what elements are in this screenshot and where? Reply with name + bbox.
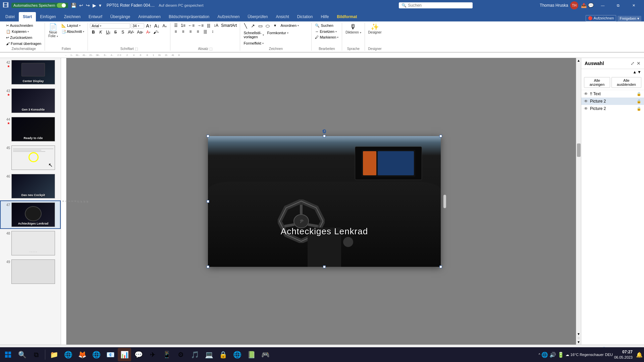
slide-canvas[interactable]: 𝓟 [208,136,441,267]
font-case-btn[interactable]: Aa▾ [136,29,144,35]
handle-br[interactable] [439,265,442,268]
app12-button[interactable]: 🎮 [259,348,272,361]
slide-item-46[interactable]: 46 Das neu Cockpit [0,172,61,200]
panel-close-icon[interactable]: ✕ [637,61,641,66]
lock-icon-picture2b[interactable]: 🔒 [637,107,641,111]
powerpoint-button[interactable]: 📊 [118,348,131,361]
handle-bc[interactable] [323,265,326,268]
numbered-btn[interactable]: 1≡ [180,23,186,28]
explorer-button[interactable]: 📁 [47,348,61,361]
save-icon[interactable]: 💾 [71,3,76,8]
slide-item-47[interactable]: 47 Achteckiges Lenkrad [0,200,61,229]
notification-btn[interactable]: 🔔 [636,352,643,358]
formeffekt-btn[interactable]: Formeffekt ▾ [242,41,265,46]
app10-button[interactable]: 🌐 [230,348,244,361]
font-color-btn[interactable]: A▾ [145,29,152,35]
align-center-btn[interactable]: ≡ [180,29,186,34]
scroll-down-btn[interactable]: ▼ [637,70,641,74]
eye-icon-picture2a[interactable]: 👁 [584,99,588,104]
tab-einfuegen[interactable]: Einfügen [36,12,60,21]
ersetzen-btn[interactable]: ↔ Ersetzen ▾ [314,29,340,34]
shapes-more-btn[interactable]: ▾ [272,23,278,28]
tab-hilfe[interactable]: Hilfe [317,12,333,21]
comments-icon[interactable]: 💬 [588,3,594,8]
text-direction-btn[interactable]: ↕A [213,23,219,28]
slide-item-48[interactable]: 48 - - - - - [0,229,61,257]
markieren-btn[interactable]: 🖊 Markieren ▾ [314,35,340,40]
layout-btn[interactable]: 📐 Layout ▾ [60,23,86,28]
col-count-btn[interactable]: ||| [202,29,209,34]
col-btn[interactable]: ||| [205,23,212,28]
hide-all-btn[interactable]: Alle ausblenden [611,77,641,88]
share-icon[interactable]: 📤 [581,3,587,8]
search-button[interactable]: 🔍 [15,348,29,361]
rotate-icon[interactable]: ↻ [322,129,326,135]
shape-rect-btn[interactable]: ▭ [257,23,264,29]
increase-font-btn[interactable]: A↑ [145,23,152,29]
align-left-btn[interactable]: ≡ [172,29,179,34]
excel-button[interactable]: 📗 [245,348,258,361]
task-view-button[interactable]: ⧉ [30,348,43,361]
taskbar-clock[interactable]: 07:27 06.05.2023 [614,349,635,360]
app7-button[interactable]: 🎵 [188,348,202,361]
freigeben-btn[interactable]: Freigeben ▾ [618,16,641,21]
teams-button[interactable]: 💬 [132,348,145,361]
present-icon[interactable]: ▶ [93,3,96,8]
handle-tl[interactable] [207,135,209,137]
search-input[interactable] [408,3,462,8]
telegram-button[interactable]: ✈ [146,348,159,361]
smartart-btn[interactable]: SmartArt [220,23,238,28]
lock-icon-text[interactable]: 🔒 [637,92,641,96]
firefox-button[interactable]: 🦊 [75,348,89,361]
scroll-up-btn[interactable]: ▲ [633,70,637,74]
slide-item-42[interactable]: 42 ★ Center Display [0,58,61,86]
panel-item-picture2a[interactable]: 👁 Picture 2 🔒 [581,98,644,105]
close-button[interactable]: ✕ [626,0,641,11]
underline-btn[interactable]: U▾ [105,29,111,35]
autosave-badge[interactable]: Automatisches Speichern [11,3,68,8]
tab-entwurf[interactable]: Entwurf [85,12,106,21]
format-uebertragen-btn[interactable]: 🖌 Format übertragen [5,41,43,46]
slide-item-49[interactable]: 49 [0,257,61,286]
align-justify-btn[interactable]: ≡ [195,29,201,34]
shape-arrow-btn[interactable]: ↗ [250,23,256,29]
neue-folie-btn[interactable]: 📄 NeueFolie ▾ [47,23,59,39]
sound-icon[interactable]: 🔊 [549,352,556,358]
bullets-btn[interactable]: ☰ [172,23,179,28]
slide-item-43[interactable]: 43 ★ Gen 3 Konsohle [0,86,61,115]
tab-aufzeichnen[interactable]: Aufzeichnen [213,12,244,21]
tab-bildschirm[interactable]: Bildschirmpräsentation [165,12,213,21]
chrome-button[interactable]: 🌐 [61,348,75,361]
decrease-font-btn[interactable]: A↓ [153,23,161,29]
network-icon[interactable]: 🌐 [541,352,548,358]
tab-ueberpruefen[interactable]: Überprüfen [244,12,272,21]
customize-icon[interactable]: ▾ [99,3,101,8]
italic-btn[interactable]: K [97,29,104,35]
schnellvorlagen-btn[interactable]: Schnellstil-vorlagen ▾ [242,30,265,40]
tab-animationen[interactable]: Animationen [134,12,165,21]
shadow-btn[interactable]: S [119,29,126,35]
panel-expand-icon[interactable]: ⤢ [631,61,635,66]
char-spacing-btn[interactable]: AV▾ [127,29,135,35]
increase-indent-btn[interactable]: →≡ [196,23,205,28]
autosave-toggle[interactable] [57,3,66,8]
slide-item-45[interactable]: 45 ↖ [0,143,61,172]
shape-ellipse-btn[interactable]: ⬭ [264,23,271,29]
app9-button[interactable]: 🔒 [216,348,230,361]
undo-icon[interactable]: ↩ [79,3,83,8]
tab-datei[interactable]: Datei [1,12,19,21]
panel-item-text[interactable]: 👁 !! Text 🔒 [581,90,644,98]
handle-tr[interactable] [439,135,442,137]
kopieren-btn[interactable]: 📋 Kopieren ▾ [5,29,43,35]
font-dropdown[interactable]: Arial ▾ [90,23,130,28]
tab-start[interactable]: Start [19,12,36,21]
app6-button[interactable]: ⚙ [174,348,187,361]
suchen-btn[interactable]: 🔍 Suchen [314,23,340,28]
formkontur-btn[interactable]: Formkontur ▾ [266,30,290,36]
lock-icon-picture2a[interactable]: 🔒 [637,99,641,104]
bold-btn[interactable]: B [90,29,97,35]
mail-button[interactable]: 📧 [104,348,117,361]
designer-btn[interactable]: ✨ Designer [367,23,383,35]
app5-button[interactable]: 📱 [160,348,173,361]
strikethrough-btn[interactable]: S [112,29,119,35]
